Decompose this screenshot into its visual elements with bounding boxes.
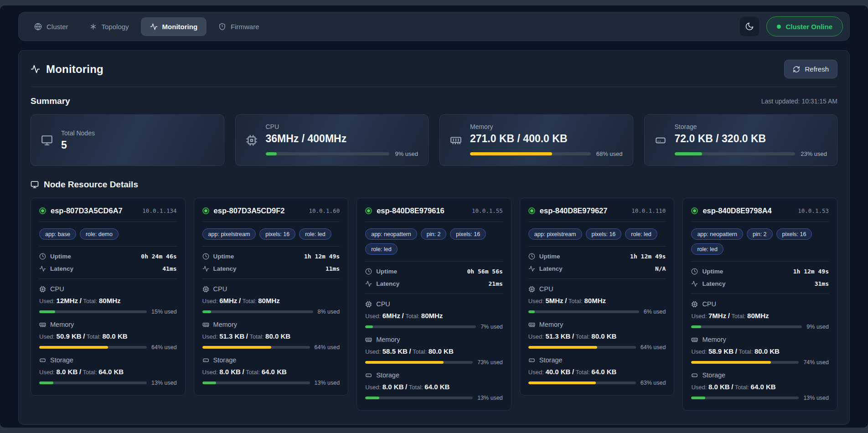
node-card-header: esp-840D8E9798A410.0.1.53: [691, 206, 829, 215]
online-dot-icon: [777, 25, 781, 29]
percent-used-label: 64% used: [151, 344, 177, 351]
percent-used-label: 13% used: [477, 395, 503, 401]
metric-label: Storage: [376, 371, 399, 379]
used-value: 51.3 KB: [219, 332, 244, 340]
percent-used-label: 63% used: [641, 380, 666, 386]
node-name: esp-840D8E979627: [540, 206, 608, 215]
memory-progress: 64% used: [528, 344, 666, 351]
node-tags: app: pixelstreampixels: 16role: led: [528, 228, 666, 240]
storage-progress: 13% used: [691, 395, 829, 401]
cpu-progress: 7% used: [365, 324, 503, 330]
tab-monitoring[interactable]: Monitoring: [141, 17, 207, 36]
percent-used-label: 13% used: [151, 380, 177, 386]
node-tag: pixels: 16: [586, 228, 622, 240]
metric-label: CPU: [702, 300, 716, 308]
used-value: 8.0 KB: [382, 383, 404, 391]
progress-fill: [528, 310, 535, 313]
node-online-dot-icon: [202, 207, 209, 214]
total-value: 64.0 KB: [262, 368, 287, 376]
theme-toggle-button[interactable]: [739, 16, 760, 37]
tab-cluster[interactable]: Cluster: [25, 17, 78, 36]
summary-heading: Summary: [31, 96, 70, 106]
used-value: 8.0 KB: [57, 368, 78, 376]
cpu-progress: 6% used: [528, 309, 666, 315]
progress-track: [39, 310, 147, 313]
divider: [365, 222, 503, 222]
node-card-esp-840d8e979627: esp-840D8E97962710.0.1.110app: pixelstre…: [520, 198, 675, 396]
progress-track: [691, 325, 802, 328]
node-tag: pin: 2: [747, 228, 773, 240]
uptime-row: Uptime0h 24m 46s: [39, 253, 177, 260]
cpu-metric: CPUUsed: 5MHz / Total: 80MHz6% used: [528, 285, 666, 315]
node-tags: app: neopatternpin: 2pixels: 16role: led: [365, 228, 503, 255]
metric-values: Used: 8.0 KB / Total: 64.0 KB: [691, 383, 829, 391]
globe-icon: [34, 23, 42, 31]
tab-firmware[interactable]: Firmware: [209, 17, 269, 36]
progress-fill: [39, 310, 55, 313]
activity-icon: [150, 23, 158, 31]
memory-metric: MemoryUsed: 51.3 KB / Total: 80.0 KB64% …: [202, 321, 340, 351]
cpu-icon: [202, 286, 209, 293]
metric-values: Used: 7MHz / Total: 80MHz: [691, 312, 829, 320]
storage-metric: StorageUsed: 40.0 KB / Total: 64.0 KB63%…: [528, 356, 666, 386]
progress-fill: [691, 325, 701, 328]
metric-label: CPU: [50, 285, 64, 293]
progress-fill: [470, 152, 552, 155]
hdd-icon: [365, 372, 372, 379]
node-card-header: esp-840D8E97962710.0.1.110: [528, 206, 666, 215]
hdd-icon: [39, 357, 46, 364]
divider: [528, 278, 666, 279]
moon-icon: [745, 22, 754, 31]
cpu-icon: [365, 301, 372, 308]
tab-topology[interactable]: Topology: [80, 17, 138, 36]
progress-track: [528, 310, 639, 313]
node-tag: app: neopattern: [365, 228, 417, 240]
percent-used-label: 9% used: [395, 150, 418, 157]
latency-row: LatencyN/A: [528, 265, 666, 272]
hdd-icon: [655, 134, 666, 146]
shield-icon: [218, 23, 226, 31]
progress-fill: [266, 152, 277, 155]
latency-value: N/A: [655, 265, 666, 272]
metric-values: Used: 40.0 KB / Total: 64.0 KB: [528, 368, 666, 376]
progress-fill: [39, 381, 53, 384]
metric-values: Used: 51.3 KB / Total: 80.0 KB: [202, 332, 340, 340]
metric-label: CPU: [376, 300, 390, 308]
percent-used-label: 9% used: [806, 324, 829, 330]
monitor-icon: [41, 134, 53, 146]
total-value: 80.0 KB: [429, 347, 454, 355]
latency-row: Latency21ms: [365, 280, 503, 287]
nodes-header: Node Resource Details: [31, 180, 837, 190]
page-title: Monitoring: [31, 63, 103, 76]
tab-label: Topology: [102, 23, 129, 31]
hdd-icon: [202, 357, 209, 364]
node-name: esp-840D8E979616: [377, 206, 444, 215]
summary-card-label: CPU: [266, 123, 418, 130]
total-value: 80MHz: [258, 297, 280, 304]
memory-metric: MemoryUsed: 50.9 KB / Total: 80.0 KB64% …: [39, 321, 177, 351]
node-card-esp-840d8e979616: esp-840D8E97961610.0.1.55app: neopattern…: [356, 198, 512, 411]
uptime-row: Uptime1h 12m 49s: [528, 253, 666, 260]
clock-icon: [528, 253, 535, 260]
header-divider: [31, 87, 837, 87]
progress-track: [365, 325, 476, 328]
percent-used-label: 64% used: [315, 344, 340, 351]
node-tag: role: led: [691, 243, 723, 255]
node-ip: 10.0.1.60: [309, 207, 340, 214]
memory-progress: 64% used: [202, 344, 340, 351]
latency-value: 21ms: [488, 280, 502, 287]
cluster-status-button[interactable]: Cluster Online: [766, 16, 843, 36]
node-tag: role: led: [365, 243, 397, 255]
refresh-button[interactable]: Refresh: [784, 60, 837, 78]
progress-fill: [202, 346, 271, 349]
metric-values: Used: 6MHz / Total: 80MHz: [365, 312, 503, 320]
activity-icon: [39, 265, 46, 272]
tab-label: Cluster: [46, 23, 68, 31]
storage-metric: StorageUsed: 8.0 KB / Total: 64.0 KB13% …: [365, 371, 503, 401]
divider: [39, 222, 177, 222]
progress-track: [675, 152, 796, 155]
summary-progress: 23% used: [675, 150, 827, 157]
node-card-header: esp-840D8E97961610.0.1.55: [365, 206, 503, 215]
used-value: 51.3 KB: [545, 332, 570, 340]
node-card-esp-807d3a5cd9f2: esp-807D3A5CD9F210.0.1.60app: pixelstrea…: [194, 198, 349, 396]
